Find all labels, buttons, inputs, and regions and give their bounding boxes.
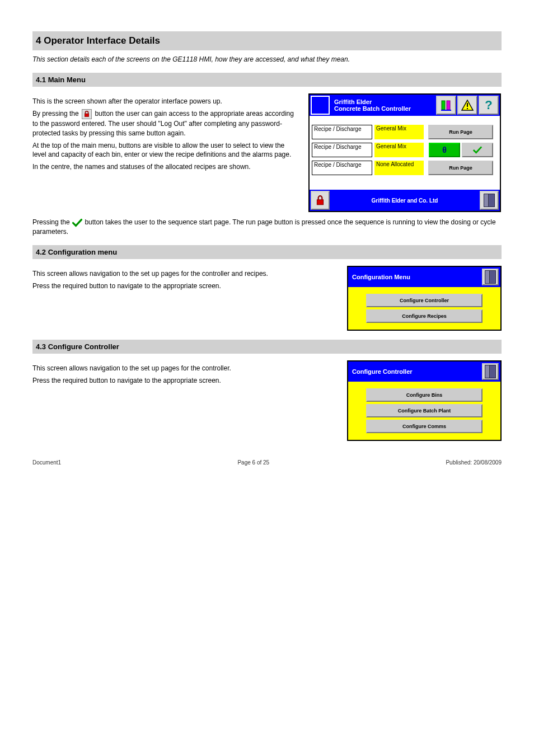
svg-rect-7 xyxy=(317,200,323,205)
recipe-buttons: θ xyxy=(426,143,493,157)
recipe-select-button[interactable]: θ xyxy=(429,143,460,157)
config-controller-exit[interactable] xyxy=(482,363,499,380)
s43-p2: Press the required button to navigate to… xyxy=(32,376,297,385)
config-menu-button[interactable]: Configure Recipes xyxy=(366,309,483,323)
svg-rect-3 xyxy=(441,110,451,111)
recipe-row: Recipe / DischargeGeneral Mixθ xyxy=(312,143,498,157)
config-controller-button[interactable]: Configure Bins xyxy=(366,388,483,402)
s43-p1: This screen allows navigation to the set… xyxy=(32,364,297,373)
svg-rect-6 xyxy=(467,108,468,109)
config-controller-title: Configure Controller xyxy=(350,368,413,375)
page-footer: Document1 Page 6 of 25 Published: 20/08/… xyxy=(32,459,502,466)
lock-icon xyxy=(82,109,92,119)
main-menu-body: Recipe / DischargeGeneral MixRun PageRec… xyxy=(310,116,500,190)
recipe-label: Recipe / Discharge xyxy=(312,125,372,139)
section-4-1-heading: 4.1 Main Menu xyxy=(32,73,502,87)
s41-p4: Pressing the button takes the user to th… xyxy=(32,218,502,236)
svg-rect-2 xyxy=(447,101,450,110)
config-menu-panel: Configuration Menu Configure ControllerC… xyxy=(347,266,502,331)
config-controller-button[interactable]: Configure Comms xyxy=(366,420,483,433)
svg-rect-0 xyxy=(85,114,89,117)
door-icon xyxy=(484,194,495,207)
recipe-buttons: Run Page xyxy=(426,161,493,175)
config-menu-exit[interactable] xyxy=(482,269,499,285)
recipe-row: Recipe / DischargeGeneral MixRun Page xyxy=(312,125,498,139)
config-controller-panel: Configure Controller Configure BinsConfi… xyxy=(347,360,502,441)
check-icon xyxy=(72,218,83,227)
config-controller-body: Configure BinsConfigure Batch PlantConfi… xyxy=(348,382,500,440)
lock-button[interactable] xyxy=(311,191,330,210)
svg-rect-1 xyxy=(442,101,445,110)
bin-levels-button[interactable] xyxy=(436,96,456,115)
confirm-button[interactable] xyxy=(462,143,493,157)
s42-p1: This screen allows navigation to the set… xyxy=(32,269,297,278)
footer-centre: Page 6 of 25 xyxy=(237,459,269,466)
intro-italic: This section details each of the screens… xyxy=(32,55,502,64)
section-4-2-heading: 4.2 Configuration menu xyxy=(32,245,502,259)
section-4-heading: 4 Operator Interface Details xyxy=(32,31,502,50)
s41-p4b: button takes the user to the sequence st… xyxy=(32,218,496,236)
s41-intro: This is the screen shown after the opera… xyxy=(32,97,297,106)
recipe-value: None Allocated xyxy=(374,161,424,175)
s41-p2: At the top of the main menu, buttons are… xyxy=(32,141,297,159)
footer-right: Published: 20/08/2009 xyxy=(446,459,502,466)
s41-p1a: By pressing the xyxy=(32,110,81,118)
recipe-value: General Mix xyxy=(374,143,424,157)
main-menu-footer: Griffith Elder and Co. Ltd xyxy=(310,190,500,211)
svg-rect-5 xyxy=(467,103,468,107)
alarms-button[interactable] xyxy=(457,96,477,115)
config-menu-titlebar: Configuration Menu xyxy=(348,267,500,287)
exit-button[interactable] xyxy=(480,191,499,210)
config-menu-button[interactable]: Configure Controller xyxy=(366,294,483,307)
brand-logo xyxy=(311,96,330,115)
recipe-row: Recipe / DischargeNone AllocatedRun Page xyxy=(312,161,498,175)
recipe-value: General Mix xyxy=(374,125,424,139)
question-icon: ? xyxy=(485,98,492,112)
s41-p4a: Pressing the xyxy=(32,218,72,226)
s41-p1: By pressing the button the user can gain… xyxy=(32,109,297,137)
s42-p2: Press the required button to navigate to… xyxy=(32,281,297,290)
s41-p3: In the centre, the names and statuses of… xyxy=(32,162,297,171)
recipe-label: Recipe / Discharge xyxy=(312,143,372,157)
footer-left: Document1 xyxy=(32,459,61,466)
section-4-3-heading: 4.3 Configure Controller xyxy=(32,340,502,354)
footer-brand: Griffith Elder and Co. Ltd xyxy=(330,198,480,204)
run-page-button[interactable]: Run Page xyxy=(428,161,493,175)
door-icon xyxy=(485,365,496,378)
recipe-label: Recipe / Discharge xyxy=(312,161,372,175)
recipe-buttons: Run Page xyxy=(426,125,493,139)
run-page-button[interactable]: Run Page xyxy=(428,125,493,139)
main-menu-panel: Griffith Elder Concrete Batch Controller… xyxy=(308,93,501,212)
help-button[interactable]: ? xyxy=(479,96,499,115)
config-controller-titlebar: Configure Controller xyxy=(348,361,500,382)
config-controller-button[interactable]: Configure Batch Plant xyxy=(366,404,483,417)
door-icon xyxy=(485,270,496,284)
main-menu-title: Griffith Elder Concrete Batch Controller xyxy=(331,98,435,112)
config-menu-body: Configure ControllerConfigure Recipes xyxy=(348,287,500,330)
config-menu-title: Configuration Menu xyxy=(350,274,410,280)
main-menu-titlebar: Griffith Elder Concrete Batch Controller… xyxy=(310,95,500,116)
